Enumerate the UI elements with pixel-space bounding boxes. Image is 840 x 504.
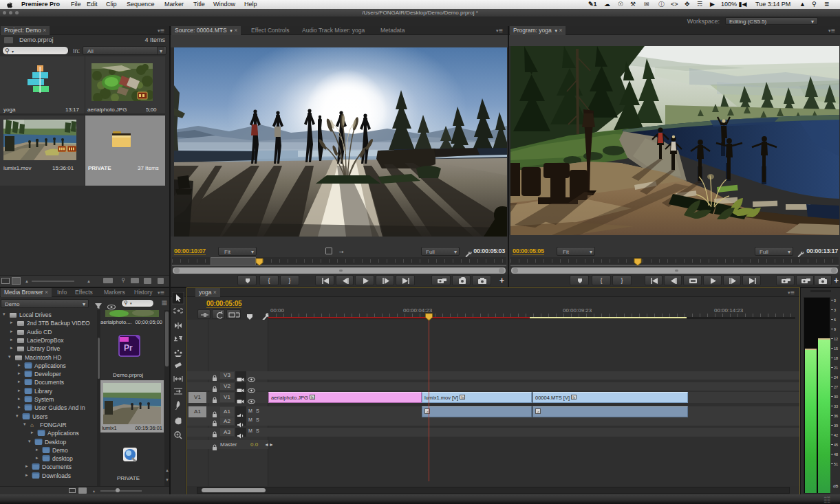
svg-text:Pr: Pr [124, 343, 133, 353]
